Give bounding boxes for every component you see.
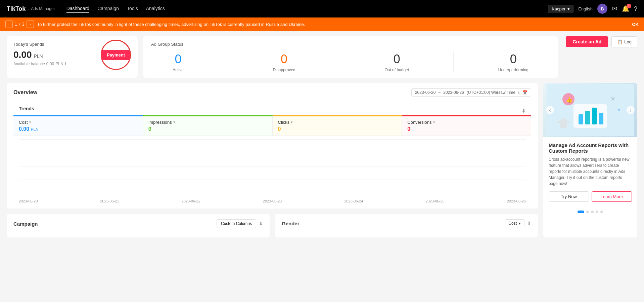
panel-dot-3[interactable] — [591, 211, 594, 213]
x-label-6: 2023-06-25 — [425, 199, 444, 203]
main-content: Today's Spends 0.00 PLN Available balanc… — [0, 31, 644, 248]
panel-next-button[interactable]: › — [627, 106, 635, 114]
panel-dot-2[interactable] — [586, 211, 589, 213]
out-of-budget-count: 0 — [384, 52, 409, 66]
out-of-budget-metric: 0 Out of budget — [384, 52, 409, 72]
conversions-tab-header: Conversions ▾ — [407, 120, 526, 125]
avatar[interactable]: B — [597, 4, 607, 14]
campaign-title: Campaign — [13, 221, 38, 227]
chevron-down-icon: ▾ — [567, 6, 570, 11]
panel-actions: Try Now Learn More — [549, 191, 632, 202]
active-count: 0 — [173, 52, 184, 66]
grid-line-1 — [19, 139, 526, 140]
campaign-card-header: Campaign Custom Columns ⬇ — [13, 219, 263, 228]
create-ad-button[interactable]: Create an Ad — [566, 36, 608, 47]
alert-total: 2 — [22, 22, 25, 27]
panel-dot-1[interactable] — [578, 211, 584, 213]
log-icon: 📋 — [617, 39, 623, 44]
notification-badge: 1 — [627, 4, 631, 8]
campaign-card: Campaign Custom Columns ⬇ — [7, 214, 270, 237]
cost-tab-header: Cost ▾ — [19, 120, 137, 125]
balance-value: 0.00 — [46, 62, 54, 66]
conversions-label: Conversions — [407, 120, 431, 125]
panel-dot-5[interactable] — [600, 211, 603, 213]
nav-links: Dashboard Campaign Tools Analytics — [66, 4, 165, 13]
panel-dot-4[interactable] — [596, 211, 598, 213]
account-selector[interactable]: Kacper ▾ — [548, 5, 573, 13]
spends-card: Today's Spends 0.00 PLN Available balanc… — [7, 36, 138, 78]
metric-divider-2 — [340, 52, 340, 72]
nav-dashboard[interactable]: Dashboard — [66, 4, 90, 13]
balance-currency: PLN — [55, 62, 63, 66]
alert-ok-button[interactable]: OK — [632, 22, 639, 27]
chart-area: 2023-06-20 2023-06-21 2023-06-22 2023-06… — [13, 136, 531, 203]
trends-header: Trends ⬇ — [13, 102, 531, 115]
disapproved-metric: 0 Disapproved — [273, 52, 295, 72]
trends-card: Trends ⬇ Cost ▾ 0.00 PLN — [13, 102, 531, 203]
mail-icon[interactable]: ✉ — [612, 5, 617, 12]
date-end: 2023-06-26 — [443, 90, 464, 95]
cost-currency: PLN — [31, 127, 39, 132]
payment-button[interactable]: Payment — [101, 50, 130, 60]
out-of-budget-label: Out of budget — [384, 68, 409, 72]
x-label-5: 2023-06-24 — [344, 199, 363, 203]
language-selector[interactable]: English — [578, 6, 593, 11]
alert-prev-button[interactable]: ‹ — [5, 21, 13, 28]
alert-separator: / — [19, 22, 20, 27]
metric-tab-conversions[interactable]: Conversions ▾ 0 — [402, 115, 531, 136]
clicks-label: Clicks — [278, 120, 290, 125]
cost-chevron: ▾ — [29, 120, 31, 124]
gender-export-icon[interactable]: ⬇ — [527, 221, 531, 226]
panel-content: Manage Ad Account Reports with Custom Re… — [543, 137, 637, 207]
alert-next-button[interactable]: › — [27, 21, 34, 28]
spends-value: 0.00 — [13, 49, 32, 60]
alert-index: 1 — [15, 22, 17, 27]
notification-icon[interactable]: 🔔 1 — [622, 5, 629, 12]
svg-rect-4 — [592, 108, 597, 124]
x-label-2: 2023-06-21 — [100, 199, 119, 203]
date-range-picker[interactable]: 2023-06-20 ~ 2023-06-26 (UTC+01:00) Wars… — [411, 88, 531, 97]
nav-campaign[interactable]: Campaign — [97, 4, 119, 13]
active-metric: 0 Active — [173, 52, 184, 72]
metric-tab-cost[interactable]: Cost ▾ 0.00 PLN — [13, 115, 143, 136]
balance-label: Available balance — [13, 62, 45, 66]
clicks-value: 0 — [278, 126, 397, 132]
underperforming-metric: 0 Underperforming — [498, 52, 528, 72]
ad-group-status-card: Ad Group Status 0 Active 0 Disapproved 0… — [143, 36, 558, 78]
overview-section: Overview 2023-06-20 ~ 2023-06-26 (UTC+01… — [7, 83, 538, 209]
campaign-export-icon[interactable]: ⬇ — [259, 221, 263, 226]
status-metrics: 0 Active 0 Disapproved 0 Out of budget 0… — [151, 52, 550, 72]
nav-analytics[interactable]: Analytics — [146, 4, 165, 13]
metric-tab-clicks[interactable]: Clicks ▾ 0 — [273, 115, 402, 136]
metric-tab-impressions[interactable]: Impressions ▾ 0 — [143, 115, 273, 136]
panel-illustration-svg: 👍 ✕ ★ — [547, 84, 634, 136]
alert-banner: ‹ 1 / 2 › To further protect the TikTok … — [0, 17, 644, 31]
logo-tiktok: TikTok — [7, 5, 26, 12]
svg-text:✕: ✕ — [610, 96, 615, 102]
logo-sub: Ads Manager — [31, 6, 55, 11]
alert-message: To further protect the TikTok community … — [37, 22, 629, 27]
export-icon[interactable]: ⬇ — [521, 108, 526, 114]
panel-image: 👍 ✕ ★ ‹ › — [543, 83, 637, 137]
log-button[interactable]: 📋 Log — [611, 36, 637, 47]
underperforming-count: 0 — [498, 52, 528, 66]
help-icon[interactable]: ? — [634, 5, 637, 12]
custom-columns-button[interactable]: Custom Columns — [217, 219, 256, 228]
learn-more-button[interactable]: Learn More — [592, 191, 632, 202]
cost-value: 0.00 PLN — [19, 126, 137, 132]
metric-divider-1 — [228, 52, 228, 72]
nav-tools[interactable]: Tools — [127, 4, 138, 13]
gender-title: Gender — [282, 221, 300, 226]
calendar-icon[interactable]: 📅 — [522, 90, 527, 95]
panel-prev-button[interactable]: ‹ — [546, 106, 554, 114]
x-label-4: 2023-06-23 — [263, 199, 282, 203]
chart-x-labels: 2023-06-20 2023-06-21 2023-06-22 2023-06… — [19, 199, 526, 203]
svg-text:★: ★ — [617, 107, 621, 112]
underperforming-label: Underperforming — [498, 68, 528, 72]
x-label-1: 2023-06-20 — [19, 199, 38, 203]
try-now-button[interactable]: Try Now — [549, 191, 589, 202]
impressions-tab-header: Impressions ▾ — [148, 120, 267, 125]
chart-zero-line — [19, 193, 526, 193]
bottom-row: Campaign Custom Columns ⬇ Gender — [7, 214, 538, 237]
cost-selector[interactable]: Cost ▾ — [505, 219, 524, 227]
